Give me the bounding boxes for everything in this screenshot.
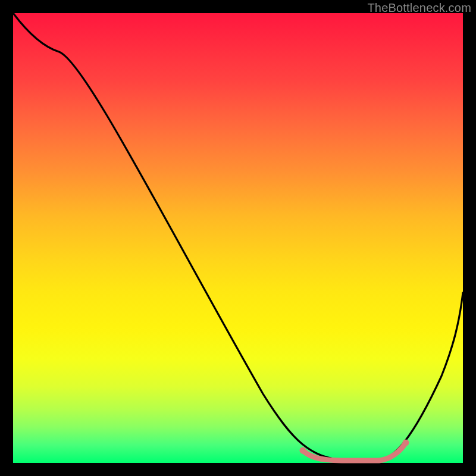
watermark-text: TheBottleneck.com: [367, 1, 471, 15]
plot-area: [13, 13, 463, 463]
highlight-dot-left: [300, 447, 306, 454]
bottleneck-curve-path: [13, 13, 463, 461]
optimal-highlight-path: [303, 443, 406, 461]
highlight-dot-right: [403, 440, 409, 446]
chart-container: TheBottleneck.com: [0, 0, 476, 476]
curve-svg: [13, 13, 463, 463]
